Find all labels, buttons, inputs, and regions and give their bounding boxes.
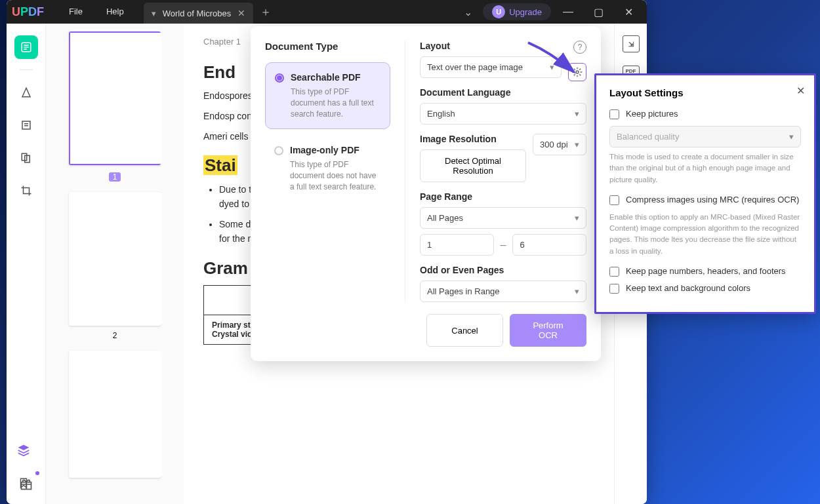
app-logo: UPDF — [12, 5, 44, 19]
popup-title: Layout Settings — [609, 87, 801, 98]
layout-settings-gear-icon[interactable] — [568, 63, 586, 81]
page-thumbnail-3[interactable] — [69, 351, 161, 478]
layout-settings-popup: ✕ Layout Settings Keep pictures Balanced… — [594, 73, 816, 314]
page-to-input[interactable]: 6 — [512, 234, 586, 256]
ocr-panel: ? Document Type Searchable PDF This type… — [251, 26, 601, 361]
upgrade-label: Upgrade — [509, 7, 542, 17]
doctype-searchable[interactable]: Searchable PDF This type of PDF document… — [265, 62, 390, 129]
mrc-checkbox[interactable]: Compress images using MRC (requires OCR) — [609, 195, 801, 205]
breadcrumb: Chapter 1 — [203, 37, 241, 47]
upgrade-button[interactable]: U Upgrade — [483, 3, 551, 20]
page-range-heading: Page Range — [420, 191, 586, 202]
resolution-select[interactable]: 300 dpi — [533, 134, 586, 155]
page-from-input[interactable]: 1 — [420, 234, 494, 256]
new-tab-button[interactable]: ＋ — [260, 4, 272, 20]
close-button[interactable]: ✕ — [615, 0, 642, 24]
popup-close-icon[interactable]: ✕ — [796, 85, 805, 97]
export-icon[interactable]: ⇲ — [623, 35, 640, 52]
menu-file[interactable]: File — [57, 0, 94, 24]
edit-text-icon[interactable] — [14, 113, 38, 137]
quality-note: This mode is used to create a document s… — [609, 151, 801, 185]
crop-icon[interactable] — [14, 179, 38, 203]
page-number-1: 1 — [109, 172, 121, 182]
tab-close-icon[interactable]: ✕ — [237, 8, 245, 18]
odd-even-heading: Odd or Even Pages — [420, 265, 586, 275]
menu-help[interactable]: Help — [94, 0, 136, 24]
cancel-button[interactable]: Cancel — [426, 314, 503, 347]
document-tab[interactable]: ▾ World of Microbes ✕ — [144, 3, 254, 24]
svg-point-5 — [576, 71, 579, 73]
bookmark-icon[interactable] — [12, 471, 35, 495]
range-dash: – — [501, 239, 506, 251]
language-heading: Document Language — [420, 87, 586, 98]
layout-heading: Layout — [420, 41, 586, 51]
minimize-button[interactable]: — — [555, 0, 581, 24]
page-number-2: 2 — [54, 331, 176, 340]
page-range-select[interactable]: All Pages — [420, 207, 586, 229]
upgrade-badge-icon: U — [492, 5, 505, 18]
resolution-heading: Image Resolution — [420, 134, 526, 144]
radio-icon — [275, 73, 284, 83]
layout-select[interactable]: Text over the page image — [420, 56, 562, 78]
keep-colors-checkbox[interactable]: Keep text and background colors — [609, 283, 801, 294]
keep-pictures-checkbox[interactable]: Keep pictures — [609, 109, 801, 119]
tab-dropdown-icon[interactable]: ▾ — [152, 9, 156, 18]
left-toolbar — [7, 24, 46, 504]
tab-list-chevron-icon[interactable]: ⌄ — [464, 6, 472, 18]
reader-mode-icon[interactable] — [14, 35, 38, 59]
maximize-button[interactable]: ▢ — [585, 0, 611, 24]
language-select[interactable]: English — [420, 103, 586, 125]
quality-select[interactable]: Balanced quality — [609, 126, 801, 147]
keep-pagenums-checkbox[interactable]: Keep page numbers, headers, and footers — [609, 266, 801, 277]
thumbnail-panel: 1 2 — [46, 24, 184, 504]
radio-icon — [274, 146, 283, 155]
odd-even-select[interactable]: All Pages in Range — [420, 281, 586, 302]
mrc-note: Enable this option to apply an MRC-based… — [609, 212, 801, 257]
document-type-heading: Document Type — [265, 41, 390, 52]
main-menu: File Help — [57, 0, 136, 24]
tab-title: World of Microbes — [163, 9, 232, 18]
perform-ocr-button[interactable]: Perform OCR — [510, 314, 586, 347]
page-thumbnail-2[interactable] — [69, 192, 161, 326]
help-icon[interactable]: ? — [573, 41, 586, 54]
detect-resolution-button[interactable]: Detect Optimal Resolution — [420, 149, 526, 182]
page-thumbnail-1[interactable] — [69, 31, 161, 165]
titlebar: UPDF File Help ▾ World of Microbes ✕ ＋ ⌄… — [7, 0, 647, 24]
doctype-imageonly[interactable]: Image-only PDF This type of PDF document… — [265, 136, 390, 201]
organize-pages-icon[interactable] — [14, 146, 38, 170]
layers-icon[interactable] — [12, 438, 35, 462]
annotate-icon[interactable] — [14, 81, 38, 104]
